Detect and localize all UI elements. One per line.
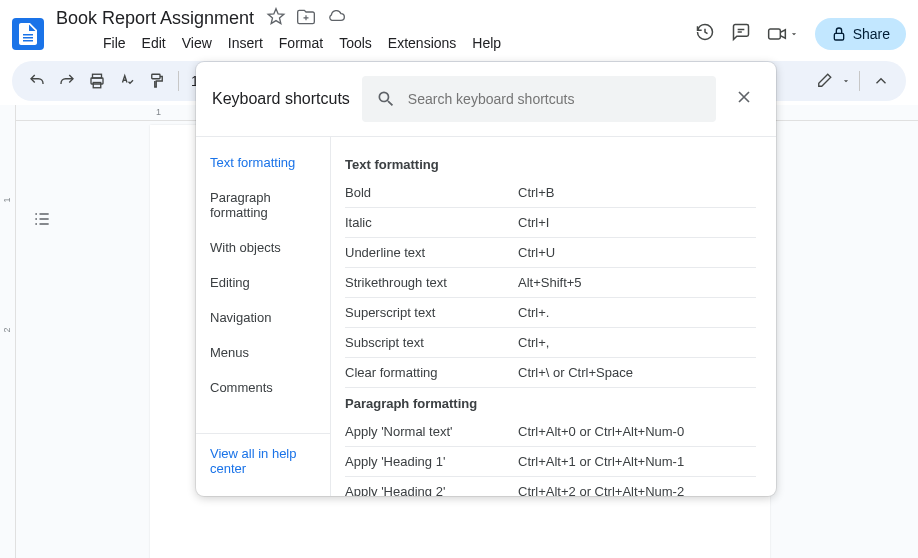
search-icon <box>376 89 396 109</box>
print-icon[interactable] <box>84 68 110 94</box>
toolbar-divider <box>859 71 860 91</box>
shortcut-key: Ctrl+Alt+2 or Ctrl+Alt+Num-2 <box>518 484 756 496</box>
sidebar-item-menus[interactable]: Menus <box>196 335 330 370</box>
shortcut-row: Clear formattingCtrl+\ or Ctrl+Space <box>345 358 756 388</box>
svg-rect-4 <box>93 83 101 88</box>
shortcut-row: Apply 'Heading 2'Ctrl+Alt+2 or Ctrl+Alt+… <box>345 477 756 496</box>
shortcut-name: Apply 'Normal text' <box>345 424 518 439</box>
help-center-link[interactable]: View all in help center <box>196 433 330 488</box>
document-title[interactable]: Book Report Assignment <box>52 6 258 31</box>
share-label: Share <box>853 26 890 42</box>
sidebar-item-paragraph-formatting[interactable]: Paragraph formatting <box>196 180 330 230</box>
close-icon <box>734 87 754 107</box>
search-input[interactable] <box>408 91 702 107</box>
cloud-status-icon[interactable] <box>326 7 346 31</box>
menu-insert[interactable]: Insert <box>221 31 270 55</box>
shortcut-key: Ctrl+U <box>518 245 756 260</box>
vertical-ruler <box>0 105 16 558</box>
sidebar-item-comments[interactable]: Comments <box>196 370 330 405</box>
menu-view[interactable]: View <box>175 31 219 55</box>
star-icon[interactable] <box>266 7 286 31</box>
shortcut-key: Alt+Shift+5 <box>518 275 756 290</box>
menubar: FileEditViewInsertFormatToolsExtensionsH… <box>52 31 687 61</box>
shortcut-name: Subscript text <box>345 335 518 350</box>
collapse-icon[interactable] <box>868 68 894 94</box>
category-sidebar: Text formattingParagraph formattingWith … <box>196 137 331 496</box>
shortcut-row: Apply 'Heading 1'Ctrl+Alt+1 or Ctrl+Alt+… <box>345 447 756 477</box>
comment-icon[interactable] <box>731 22 751 46</box>
history-icon[interactable] <box>695 22 715 46</box>
shortcut-name: Apply 'Heading 1' <box>345 454 518 469</box>
sidebar-item-with-objects[interactable]: With objects <box>196 230 330 265</box>
shortcut-name: Strikethrough text <box>345 275 518 290</box>
menu-edit[interactable]: Edit <box>135 31 173 55</box>
shortcut-name: Clear formatting <box>345 365 518 380</box>
svg-rect-5 <box>152 74 160 79</box>
close-button[interactable] <box>728 81 760 117</box>
sidebar-item-text-formatting[interactable]: Text formatting <box>196 145 330 180</box>
menu-help[interactable]: Help <box>465 31 508 55</box>
menu-format[interactable]: Format <box>272 31 330 55</box>
shortcut-key: Ctrl+I <box>518 215 756 230</box>
spellcheck-icon[interactable] <box>114 68 140 94</box>
shortcut-name: Apply 'Heading 2' <box>345 484 518 496</box>
shortcut-name: Bold <box>345 185 518 200</box>
shortcut-key: Ctrl+. <box>518 305 756 320</box>
search-box[interactable] <box>362 76 716 122</box>
shortcut-key: Ctrl+B <box>518 185 756 200</box>
video-call-icon[interactable] <box>767 24 799 44</box>
svg-rect-0 <box>768 29 780 39</box>
shortcut-row: Strikethrough textAlt+Shift+5 <box>345 268 756 298</box>
keyboard-shortcuts-dialog: Keyboard shortcuts Text formattingParagr… <box>196 62 776 496</box>
shortcut-row: ItalicCtrl+I <box>345 208 756 238</box>
shortcut-row: Subscript textCtrl+, <box>345 328 756 358</box>
edit-mode-icon[interactable] <box>811 68 837 94</box>
redo-icon[interactable] <box>54 68 80 94</box>
shortcut-key: Ctrl+Alt+0 or Ctrl+Alt+Num-0 <box>518 424 756 439</box>
shortcut-row: Apply 'Normal text'Ctrl+Alt+0 or Ctrl+Al… <box>345 417 756 447</box>
menu-file[interactable]: File <box>96 31 133 55</box>
dialog-title: Keyboard shortcuts <box>212 90 350 108</box>
share-button[interactable]: Share <box>815 18 906 50</box>
shortcut-row: Underline textCtrl+U <box>345 238 756 268</box>
sidebar-item-navigation[interactable]: Navigation <box>196 300 330 335</box>
shortcuts-content[interactable]: Text formattingBoldCtrl+BItalicCtrl+IUnd… <box>331 137 776 496</box>
menu-tools[interactable]: Tools <box>332 31 379 55</box>
shortcut-name: Superscript text <box>345 305 518 320</box>
undo-icon[interactable] <box>24 68 50 94</box>
shortcut-name: Italic <box>345 215 518 230</box>
paint-format-icon[interactable] <box>144 68 170 94</box>
toolbar-divider <box>178 71 179 91</box>
shortcut-name: Underline text <box>345 245 518 260</box>
shortcut-row: BoldCtrl+B <box>345 178 756 208</box>
shortcut-key: Ctrl+\ or Ctrl+Space <box>518 365 756 380</box>
shortcut-key: Ctrl+, <box>518 335 756 350</box>
outline-toggle-icon[interactable] <box>28 205 56 233</box>
svg-rect-1 <box>834 33 843 40</box>
move-icon[interactable] <box>296 7 316 31</box>
shortcut-row: Superscript textCtrl+. <box>345 298 756 328</box>
docs-logo-icon[interactable] <box>12 18 44 50</box>
section-title: Text formatting <box>345 149 756 178</box>
shortcut-key: Ctrl+Alt+1 or Ctrl+Alt+Num-1 <box>518 454 756 469</box>
section-title: Paragraph formatting <box>345 388 756 417</box>
menu-extensions[interactable]: Extensions <box>381 31 463 55</box>
sidebar-item-editing[interactable]: Editing <box>196 265 330 300</box>
